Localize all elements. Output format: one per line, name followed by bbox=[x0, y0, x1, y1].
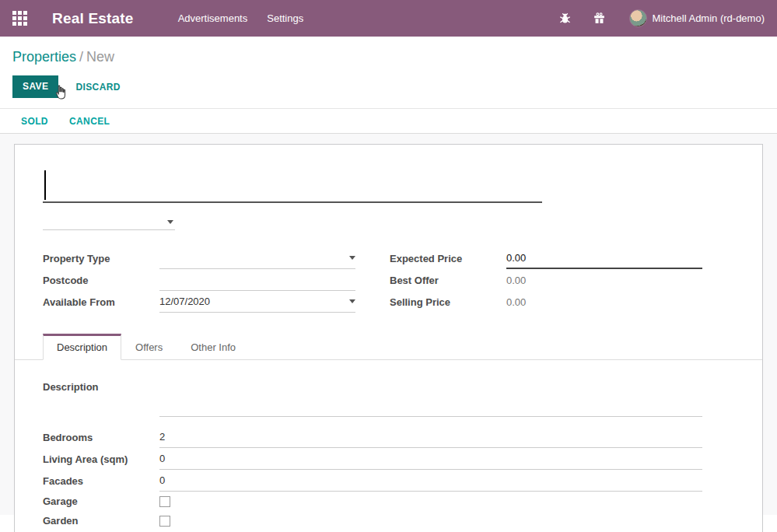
tab-description[interactable]: Description bbox=[43, 334, 121, 360]
selling-price-amount: 0.00 bbox=[506, 296, 526, 308]
living-area-input[interactable]: 0 bbox=[159, 448, 702, 470]
postcode-input[interactable] bbox=[159, 269, 355, 291]
expected-price-label: Expected Price bbox=[390, 253, 506, 264]
field-row-bedrooms: Bedrooms 2 bbox=[43, 426, 702, 448]
description-tab-pane: Description Bedrooms 2 Living Area (sqm)… bbox=[15, 360, 762, 532]
expected-price-input[interactable]: 0.00 bbox=[506, 247, 702, 269]
living-area-value: 0 bbox=[159, 453, 165, 464]
bedrooms-value: 2 bbox=[159, 431, 165, 443]
menu-settings[interactable]: Settings bbox=[267, 12, 303, 24]
statusbar: SOLD CANCEL bbox=[0, 108, 777, 134]
field-row-facades: Facades 0 bbox=[43, 470, 702, 492]
right-column: Expected Price 0.00 Best Offer 0.00 Sell… bbox=[390, 247, 702, 313]
app-title[interactable]: Real Estate bbox=[52, 10, 134, 27]
text-caret bbox=[44, 170, 46, 200]
cancel-button[interactable]: CANCEL bbox=[69, 116, 110, 127]
available-from-date-input[interactable]: 12/07/2020 bbox=[159, 291, 355, 313]
breadcrumb-properties-link[interactable]: Properties bbox=[12, 49, 76, 65]
property-name-input[interactable] bbox=[43, 167, 542, 203]
chevron-down-icon bbox=[349, 299, 355, 303]
living-area-label: Living Area (sqm) bbox=[43, 453, 159, 465]
sold-button[interactable]: SOLD bbox=[21, 116, 48, 127]
navbar-right: Mitchell Admin (rd-demo) bbox=[558, 9, 765, 27]
property-type-label: Property Type bbox=[43, 253, 159, 264]
description-label: Description bbox=[43, 381, 159, 393]
discard-button[interactable]: DISCARD bbox=[75, 82, 120, 93]
garden-checkbox[interactable] bbox=[159, 516, 170, 527]
bug-icon[interactable] bbox=[558, 12, 572, 25]
breadcrumb-separator: / bbox=[76, 49, 86, 65]
left-column: Property Type Postcode Available From bbox=[43, 247, 355, 313]
user-menu[interactable]: Mitchell Admin (rd-demo) bbox=[653, 12, 765, 24]
breadcrumb-current: New bbox=[86, 49, 114, 65]
chevron-down-icon bbox=[167, 220, 173, 224]
description-textarea[interactable] bbox=[159, 381, 702, 417]
form-view-background: Property Type Postcode Available From bbox=[0, 134, 777, 515]
facades-input[interactable]: 0 bbox=[159, 470, 702, 492]
facades-label: Facades bbox=[43, 475, 159, 487]
user-avatar bbox=[629, 9, 647, 27]
apps-grid-icon[interactable] bbox=[12, 11, 28, 26]
best-offer-label: Best Offer bbox=[390, 275, 506, 286]
menu-advertisements[interactable]: Advertisements bbox=[178, 12, 248, 24]
selling-price-label: Selling Price bbox=[390, 296, 506, 308]
best-offer-value: 0.00 bbox=[506, 269, 702, 291]
best-offer-amount: 0.00 bbox=[506, 275, 526, 286]
field-row-description: Description bbox=[43, 381, 702, 417]
field-row-best-offer: Best Offer 0.00 bbox=[390, 269, 702, 291]
top-navbar: Real Estate Advertisements Settings Mitc… bbox=[0, 0, 777, 37]
field-row-selling-price: Selling Price 0.00 bbox=[390, 291, 702, 313]
notebook: Description Offers Other Info Descriptio… bbox=[15, 333, 762, 532]
field-row-living-area: Living Area (sqm) 0 bbox=[43, 448, 702, 470]
tab-bar: Description Offers Other Info bbox=[15, 333, 762, 360]
bedrooms-label: Bedrooms bbox=[43, 432, 159, 443]
chevron-down-icon bbox=[349, 256, 355, 260]
property-tags-input[interactable] bbox=[43, 213, 175, 230]
field-grid: Property Type Postcode Available From bbox=[15, 247, 762, 313]
field-row-postcode: Postcode bbox=[43, 269, 355, 291]
garden-label: Garden bbox=[43, 515, 159, 527]
field-row-garden: Garden bbox=[43, 511, 702, 530]
garage-checkbox[interactable] bbox=[159, 496, 170, 507]
field-row-expected-price: Expected Price 0.00 bbox=[390, 247, 702, 269]
hand-pointer-cursor-icon bbox=[52, 84, 69, 101]
gift-icon[interactable] bbox=[593, 12, 606, 25]
available-from-label: Available From bbox=[43, 296, 159, 308]
field-row-available-from: Available From 12/07/2020 bbox=[43, 291, 355, 313]
field-row-garage: Garage bbox=[43, 492, 702, 511]
bedrooms-input[interactable]: 2 bbox=[159, 426, 702, 448]
action-row: SAVE DISCARD bbox=[12, 75, 777, 98]
facades-value: 0 bbox=[159, 474, 165, 486]
tab-other-info[interactable]: Other Info bbox=[177, 334, 250, 360]
selling-price-value: 0.00 bbox=[506, 291, 702, 313]
form-sheet: Property Type Postcode Available From bbox=[14, 144, 763, 532]
field-row-property-type: Property Type bbox=[43, 247, 355, 269]
save-button[interactable]: SAVE bbox=[12, 75, 58, 98]
property-type-select[interactable] bbox=[159, 247, 355, 269]
save-button-label: SAVE bbox=[23, 81, 48, 92]
garage-label: Garage bbox=[43, 495, 159, 507]
breadcrumb: Properties/New bbox=[0, 37, 777, 65]
postcode-label: Postcode bbox=[43, 275, 159, 286]
available-from-value: 12/07/2020 bbox=[159, 296, 210, 307]
expected-price-value: 0.00 bbox=[506, 252, 526, 264]
tab-offers[interactable]: Offers bbox=[121, 334, 177, 360]
